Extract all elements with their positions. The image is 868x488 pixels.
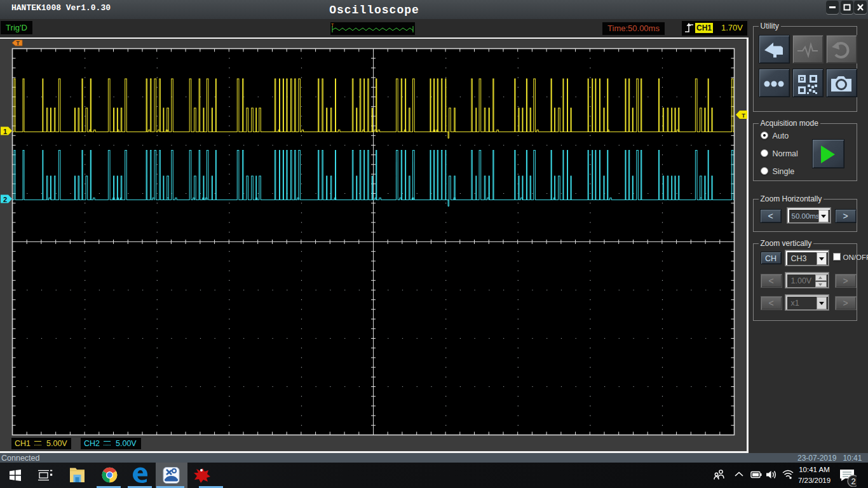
svg-text:1: 1 <box>3 128 7 135</box>
svg-text:T: T <box>742 112 745 119</box>
svg-text:T: T <box>16 40 20 46</box>
svg-text:2: 2 <box>851 477 855 486</box>
svg-text:2: 2 <box>3 196 7 203</box>
